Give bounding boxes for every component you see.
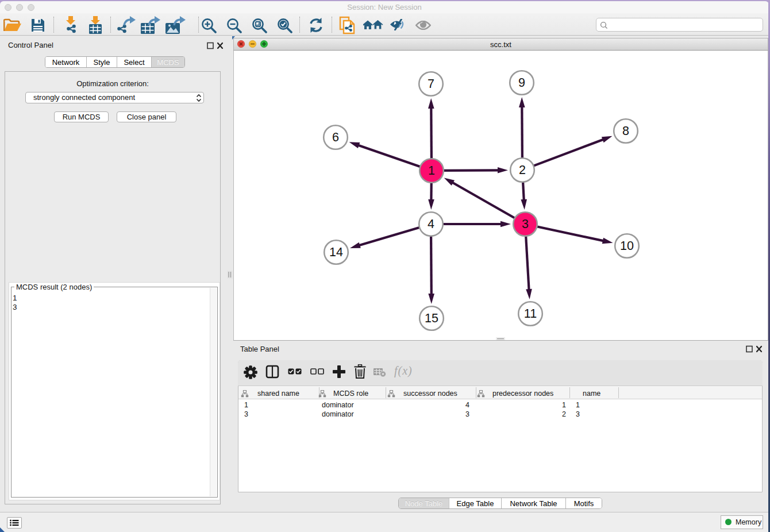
svg-text:1: 1 (428, 164, 435, 178)
svg-text:4: 4 (428, 217, 434, 231)
svg-text:7: 7 (428, 77, 434, 91)
svg-text:15: 15 (425, 311, 438, 325)
svg-text:6: 6 (332, 130, 339, 144)
svg-text:14: 14 (329, 245, 343, 259)
svg-text:8: 8 (622, 124, 629, 138)
svg-text:3: 3 (522, 217, 529, 231)
svg-text:2: 2 (519, 163, 526, 177)
svg-text:11: 11 (524, 307, 537, 321)
svg-text:10: 10 (620, 239, 634, 253)
svg-text:9: 9 (518, 76, 525, 90)
